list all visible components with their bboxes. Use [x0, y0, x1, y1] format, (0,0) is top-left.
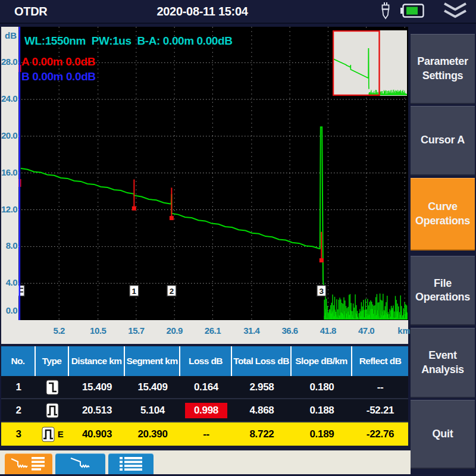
collapse-chevron-icon[interactable]	[440, 2, 470, 22]
svg-text:1: 1	[132, 287, 137, 296]
x-tick-label: 10.5	[85, 325, 111, 336]
x-tick-label: 47.0	[353, 325, 380, 336]
event-row-2[interactable]: 220.5135.1040.9984.8680.188-52.21	[1, 399, 408, 422]
y-tick-label: 12.0	[1, 204, 17, 214]
event-no: 1	[1, 376, 36, 398]
trace-minimap[interactable]	[333, 30, 407, 96]
bottom-toolbar	[0, 450, 411, 474]
table-header-cell: Distance km	[69, 346, 125, 376]
event-loss: 0.164	[180, 376, 232, 398]
event-loss: --	[180, 422, 232, 446]
x-axis: 5.210.515.720.926.131.436.641.847.0 km	[18, 320, 408, 344]
event-reflect: --	[352, 376, 408, 398]
event-reflect: -52.21	[352, 399, 408, 421]
trace-and-list-icon	[10, 455, 47, 473]
event-slope: 0.189	[292, 422, 352, 446]
event-distance: 20.513	[69, 399, 125, 421]
event-distance: 15.409	[69, 376, 125, 398]
y-tick-label: 8.0	[1, 240, 17, 250]
y-tick-label: 28.0	[1, 57, 17, 67]
toolbar-tab-trace[interactable]	[55, 453, 105, 474]
event-total-loss: 4.868	[232, 399, 292, 421]
event-segment: 15.409	[125, 376, 180, 398]
y-axis-title: dB	[1, 30, 17, 40]
quit-button[interactable]: Quit	[411, 400, 475, 469]
y-tick-label: 4.0	[1, 277, 17, 287]
x-tick-label: 15.7	[123, 325, 149, 336]
event-row-3[interactable]: 3E40.90320.390--8.7220.189-22.76	[1, 422, 408, 446]
event-type-icon-pulse: E	[36, 422, 69, 446]
y-tick-label: 24.0	[1, 93, 17, 104]
cursor-a-button[interactable]: Cursor A	[411, 106, 475, 176]
event-distance: 40.903	[69, 422, 125, 446]
cursor-b-line	[19, 27, 21, 320]
svg-text:2: 2	[170, 287, 174, 296]
event-slope: 0.180	[292, 376, 352, 398]
top-bar: OTDR 2020-08-11 15:04	[0, 0, 476, 24]
event-type-icon-step-down	[36, 376, 69, 398]
sidebar-menu: Parameter SettingsCursor ACurve Operatio…	[409, 27, 476, 476]
event-loss: 0.998	[180, 399, 232, 421]
cursor-a-readout: A 0.00m 0.0dB	[21, 55, 95, 68]
event-table-header: No.TypeDistance kmSegment kmLoss dBTotal…	[1, 346, 408, 376]
datetime: 2020-08-11 15:04	[0, 5, 405, 18]
x-tick-label: 36.6	[277, 325, 303, 336]
svg-text:3: 3	[320, 287, 324, 296]
file-operations-button[interactable]: File Operations	[411, 256, 475, 325]
event-segment: 5.104	[125, 399, 180, 421]
status-icons	[378, 0, 470, 24]
x-tick-label: 41.8	[315, 325, 341, 336]
event-table: No.TypeDistance kmSegment kmLoss dBTotal…	[1, 346, 408, 446]
measurement-info: WL:1550nm PW:1us B-A: 0.00m 0.00dB	[24, 35, 233, 48]
toolbar-tab-list[interactable]	[108, 453, 154, 474]
x-axis-unit: km	[397, 325, 411, 336]
x-tick-label: 20.9	[161, 325, 187, 336]
curve-operations-button[interactable]: Curve Operations	[411, 178, 475, 250]
trace-icon	[68, 455, 92, 473]
event-marker-3: 3	[317, 232, 326, 296]
toolbar-tab-trace-and-list[interactable]	[5, 453, 52, 474]
event-segment: 20.390	[125, 422, 180, 446]
cursor-b-readout: B 0.00m 0.0dB	[21, 70, 96, 83]
y-tick-label: 0.0	[1, 305, 17, 315]
usb-icon	[378, 2, 392, 22]
y-tick-label: 16.0	[1, 167, 17, 177]
parameter-settings-button[interactable]: Parameter Settings	[411, 34, 475, 104]
table-header-cell: Type	[36, 346, 69, 376]
x-tick-label: 5.2	[46, 325, 72, 336]
chart-area: dB 0.04.08.012.016.020.024.028.0 123 WL:…	[1, 27, 408, 344]
event-table-body: 115.40915.4090.1642.9580.180--220.5135.1…	[1, 376, 408, 446]
trace-plot[interactable]: 123 WL:1550nm PW:1us B-A: 0.00m 0.00dB A…	[18, 27, 408, 320]
battery-icon	[400, 2, 425, 21]
event-row-1[interactable]: 115.40915.4090.1642.9580.180--	[1, 376, 408, 399]
list-icon	[117, 455, 145, 473]
x-tick-label: 31.4	[239, 325, 265, 336]
event-no: 3	[1, 422, 36, 446]
event-no: 2	[1, 399, 36, 421]
table-header-cell: Total Loss dB	[232, 346, 292, 376]
y-tick-label: 20.0	[1, 130, 17, 140]
event-marker-1: 1	[130, 180, 139, 296]
event-total-loss: 2.958	[232, 376, 292, 398]
event-slope: 0.188	[292, 399, 352, 421]
table-header-cell: Loss dB	[180, 346, 232, 376]
table-header-cell: No.	[1, 346, 36, 376]
table-header-cell: Segment km	[125, 346, 180, 376]
event-total-loss: 8.722	[232, 422, 292, 446]
event-reflect: -22.76	[352, 422, 408, 446]
table-header-cell: Reflect dB	[352, 346, 408, 376]
event-analysis-button[interactable]: Event Analysis	[411, 328, 475, 398]
x-tick-label: 26.1	[199, 325, 226, 336]
table-header-cell: Slope dB/km	[292, 346, 352, 376]
event-type-icon-pulse	[36, 399, 69, 421]
